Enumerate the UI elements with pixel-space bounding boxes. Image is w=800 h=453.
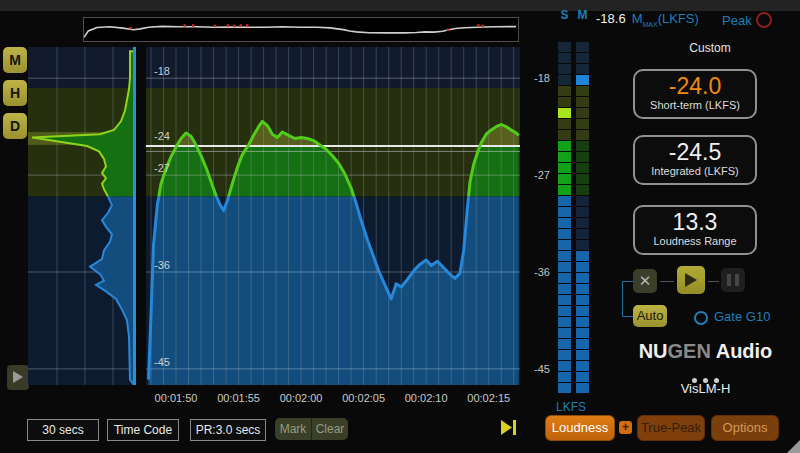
- peak-label: Peak: [722, 13, 752, 28]
- meter-segment: [576, 196, 589, 206]
- meter-segment: [576, 361, 589, 371]
- loudness-range-value: 13.3: [635, 209, 755, 235]
- distribution-svg: [28, 47, 134, 385]
- meter-segment: [558, 240, 571, 250]
- pause-icon: [727, 274, 731, 286]
- meter-segment: [558, 306, 571, 316]
- shortterm-value: -24.0: [635, 73, 755, 99]
- meter-segment: [576, 130, 589, 140]
- integrated-value: -24.5: [635, 139, 755, 165]
- meter-segment: [558, 295, 571, 305]
- meter-tick-label: -27: [520, 169, 550, 181]
- svg-text:-27: -27: [154, 162, 170, 174]
- shortterm-meter-bar: [558, 42, 571, 394]
- meter-segment: [558, 97, 571, 107]
- meter-tick-label: -36: [520, 266, 550, 278]
- meter-scale: -18-27-36-45: [520, 0, 552, 400]
- meter-segment: [576, 240, 589, 250]
- logo-nu: NU: [639, 340, 668, 362]
- plus-button[interactable]: +: [619, 421, 632, 434]
- meter-segment: [576, 339, 589, 349]
- options-button[interactable]: Options: [711, 415, 779, 441]
- meter-segment: [576, 119, 589, 129]
- pause-icon: [735, 274, 739, 286]
- meter-segment: [576, 317, 589, 327]
- integrated-readout[interactable]: -24.5 Integrated (LKFS): [633, 135, 757, 185]
- preset-name[interactable]: Custom: [660, 41, 760, 55]
- play-icon: [684, 272, 698, 288]
- meter-segment: [576, 306, 589, 316]
- product-name: VisLM-H: [628, 381, 783, 396]
- time-tick-label: 00:01:55: [207, 392, 271, 404]
- mode-button-h[interactable]: H: [3, 80, 27, 106]
- meter-segment: [558, 53, 571, 63]
- meter-segment: [576, 262, 589, 272]
- svg-text:-18: -18: [154, 65, 170, 77]
- time-tick-label: 00:02:05: [332, 392, 396, 404]
- peak-indicator-lamp[interactable]: [756, 12, 772, 28]
- play-button[interactable]: [677, 266, 705, 294]
- mode-button-d[interactable]: D: [3, 113, 27, 139]
- meter-segment: [558, 218, 571, 228]
- mmax-sub: MAX: [642, 21, 657, 28]
- meter-segment: [576, 273, 589, 283]
- meter-segment: [558, 75, 571, 85]
- mmax-label: M: [632, 11, 643, 26]
- auto-button[interactable]: Auto: [633, 305, 667, 327]
- meter-segment: [576, 152, 589, 162]
- meter-segment: [558, 42, 571, 52]
- reset-button[interactable]: ✕: [633, 269, 657, 293]
- meter-segment: [576, 64, 589, 74]
- loudness-range-readout[interactable]: 13.3 Loudness Range: [633, 205, 757, 255]
- brand-logo: NUGEN Audio: [628, 340, 783, 363]
- meter-segment: [576, 97, 589, 107]
- mark-clear-group: Mark Clear: [275, 418, 348, 440]
- meter-unit-label: LKFS: [549, 400, 593, 414]
- meter-segment: [558, 207, 571, 217]
- title-bar: [0, 0, 800, 11]
- clear-button[interactable]: Clear: [312, 418, 348, 440]
- connector-line: [622, 281, 623, 316]
- meter-segment: [558, 383, 571, 393]
- history-scroll-button[interactable]: [7, 365, 29, 390]
- meter-segment: [558, 251, 571, 261]
- time-tick-label: 00:02:00: [269, 392, 333, 404]
- connector-line: [622, 316, 633, 317]
- gate-radio[interactable]: [694, 311, 708, 325]
- overview-waveform: [84, 18, 518, 43]
- playhead-divider[interactable]: [133, 47, 136, 385]
- mmax-value: -18.6: [596, 11, 626, 26]
- loudness-range-label: Loudness Range: [635, 235, 755, 247]
- overview-strip[interactable]: [83, 17, 519, 42]
- momentary-meter-bar: [576, 42, 589, 394]
- window-length-select[interactable]: 30 secs: [27, 419, 99, 441]
- true-peak-tab[interactable]: True-Peak: [637, 415, 705, 441]
- mode-button-m[interactable]: M: [3, 47, 27, 73]
- mark-button[interactable]: Mark: [275, 418, 311, 440]
- meter-segment: [558, 361, 571, 371]
- pr-setting-select[interactable]: PR:3.0 secs: [190, 419, 266, 441]
- skip-to-end-icon: [500, 419, 518, 436]
- mmax-unit: (LKFS): [658, 11, 699, 26]
- shortterm-readout[interactable]: -24.0 Short-term (LKFS): [633, 69, 757, 119]
- meter-segment: [558, 174, 571, 184]
- meter-segment: [558, 328, 571, 338]
- connector-dash: [660, 281, 674, 282]
- meter-segment: [558, 108, 571, 118]
- skip-to-end-button[interactable]: [500, 419, 518, 440]
- loudness-tab[interactable]: Loudness: [545, 415, 615, 441]
- pause-button[interactable]: [721, 268, 745, 292]
- meter-segment: [576, 295, 589, 305]
- time-mode-select[interactable]: Time Code: [107, 419, 179, 441]
- resize-grip[interactable]: [787, 440, 800, 453]
- meter-segment: [576, 372, 589, 382]
- meter-segment: [558, 130, 571, 140]
- meter-segment: [558, 86, 571, 96]
- connector-line: [622, 281, 633, 282]
- meter-segment: [576, 163, 589, 173]
- loudness-history-chart[interactable]: -18-24-27-36-45: [146, 47, 520, 385]
- meter-tick-label: -45: [520, 363, 550, 375]
- time-tick-label: 00:02:15: [457, 392, 521, 404]
- shortterm-label: Short-term (LKFS): [635, 99, 755, 111]
- meter-tick-label: -18: [520, 72, 550, 84]
